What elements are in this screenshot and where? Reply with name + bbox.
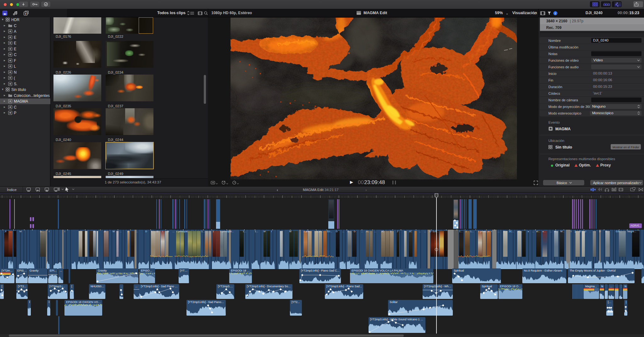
svg-text:i: i <box>555 12 556 15</box>
svg-text:T: T <box>25 12 27 15</box>
